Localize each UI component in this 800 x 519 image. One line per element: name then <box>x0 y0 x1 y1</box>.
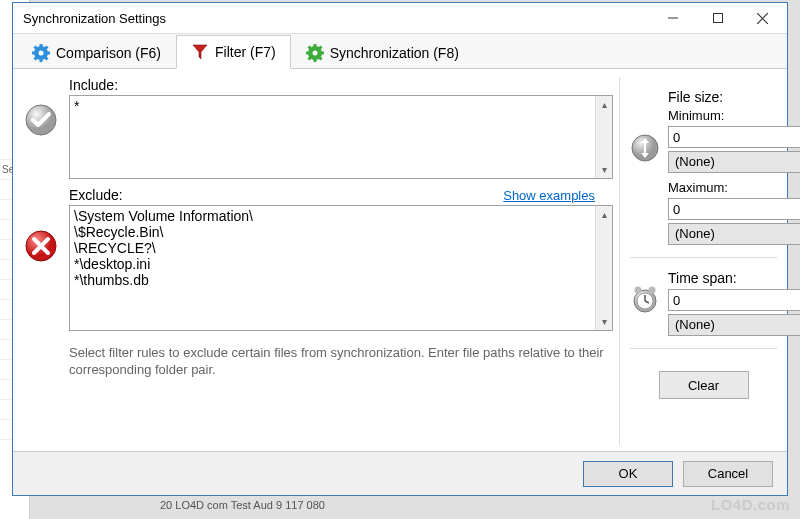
background-statusbar: 20 LO4D com Test Aud 9 117 080 <box>160 499 660 517</box>
include-section: Include: ▴ ▾ <box>23 77 613 179</box>
funnel-icon <box>191 43 209 61</box>
scroll-down-icon: ▾ <box>596 313 612 330</box>
maximum-input[interactable] <box>669 199 800 219</box>
svg-point-12 <box>312 50 317 55</box>
scroll-up-icon: ▴ <box>596 206 612 223</box>
time-span-group: Time span: ▲▼ (None) ⌄ <box>630 270 777 336</box>
tab-filter[interactable]: Filter (F7) <box>176 35 291 69</box>
left-column: Include: ▴ ▾ <box>23 77 613 445</box>
tab-comparison[interactable]: Comparison (F6) <box>17 35 176 69</box>
help-text: Select filter rules to exclude certain f… <box>69 345 613 379</box>
minimum-unit-text: (None) <box>669 152 800 172</box>
tab-synchronization[interactable]: Synchronization (F8) <box>291 35 474 69</box>
tab-bar: Comparison (F6) Filter (F7) Synchronizat… <box>13 33 787 69</box>
exclude-textarea-wrap: ▴ ▾ <box>69 205 613 331</box>
dialog-synchronization-settings: Synchronization Settings Comparison (F6)… <box>12 2 788 496</box>
timespan-spinbox[interactable]: ▲▼ <box>668 289 800 311</box>
exclude-label: Exclude: <box>69 187 123 203</box>
timespan-input[interactable] <box>669 290 800 310</box>
divider <box>630 348 777 349</box>
timespan-unit-combo[interactable]: (None) ⌄ <box>668 314 800 336</box>
include-scrollbar[interactable]: ▴ ▾ <box>595 96 612 178</box>
svg-line-7 <box>35 46 38 49</box>
gear-green-icon <box>306 44 324 62</box>
exclude-cross-icon <box>24 229 58 263</box>
minimize-icon <box>668 13 678 23</box>
window-title: Synchronization Settings <box>23 11 650 26</box>
svg-line-17 <box>308 46 311 49</box>
svg-line-20 <box>308 56 311 59</box>
exclude-textarea[interactable] <box>70 206 595 330</box>
maximum-unit-text: (None) <box>669 224 800 244</box>
svg-point-28 <box>635 287 642 294</box>
include-textarea-wrap: ▴ ▾ <box>69 95 613 179</box>
right-column: File size: Minimum: ▲▼ (None) ⌄ Maximum:… <box>619 77 777 445</box>
tab-filter-label: Filter (F7) <box>215 44 276 60</box>
dialog-body: Include: ▴ ▾ <box>13 69 787 451</box>
timespan-unit-text: (None) <box>669 315 800 335</box>
svg-point-2 <box>39 50 44 55</box>
time-span-label: Time span: <box>668 270 800 286</box>
gear-blue-icon <box>32 44 50 62</box>
tab-comparison-label: Comparison (F6) <box>56 45 161 61</box>
include-textarea[interactable] <box>70 96 595 178</box>
cancel-button[interactable]: Cancel <box>683 461 773 487</box>
title-bar: Synchronization Settings <box>13 3 787 33</box>
minimum-unit-combo[interactable]: (None) ⌄ <box>668 151 800 173</box>
ok-button[interactable]: OK <box>583 461 673 487</box>
scroll-up-icon: ▴ <box>596 96 612 113</box>
maximum-label: Maximum: <box>668 180 800 195</box>
minimize-button[interactable] <box>650 4 695 32</box>
include-check-icon <box>24 103 58 137</box>
svg-line-10 <box>35 56 38 59</box>
close-button[interactable] <box>740 4 785 32</box>
dialog-footer: OK Cancel <box>13 451 787 495</box>
tab-synchronization-label: Synchronization (F8) <box>330 45 459 61</box>
file-size-group: File size: Minimum: ▲▼ (None) ⌄ Maximum:… <box>630 89 777 245</box>
svg-point-29 <box>649 287 656 294</box>
svg-line-19 <box>318 46 321 49</box>
minimum-label: Minimum: <box>668 108 800 123</box>
scroll-down-icon: ▾ <box>596 161 612 178</box>
maximum-unit-combo[interactable]: (None) ⌄ <box>668 223 800 245</box>
svg-rect-0 <box>713 14 722 23</box>
show-examples-link[interactable]: Show examples <box>503 188 595 203</box>
svg-line-9 <box>45 46 48 49</box>
exclude-scrollbar[interactable]: ▴ ▾ <box>595 206 612 330</box>
file-size-label: File size: <box>668 89 800 105</box>
maximize-button[interactable] <box>695 4 740 32</box>
minimum-input[interactable] <box>669 127 800 147</box>
include-label: Include: <box>69 77 613 93</box>
maximize-icon <box>713 13 723 23</box>
divider <box>630 257 777 258</box>
svg-line-18 <box>318 56 321 59</box>
exclude-section: Exclude: Show examples ▴ ▾ <box>23 187 613 331</box>
close-icon <box>757 13 768 24</box>
maximum-spinbox[interactable]: ▲▼ <box>668 198 800 220</box>
clock-icon <box>630 284 660 314</box>
svg-line-8 <box>45 56 48 59</box>
minimum-spinbox[interactable]: ▲▼ <box>668 126 800 148</box>
watermark: LO4D.com <box>711 496 790 513</box>
clear-button[interactable]: Clear <box>659 371 749 399</box>
file-size-icon <box>630 133 660 163</box>
